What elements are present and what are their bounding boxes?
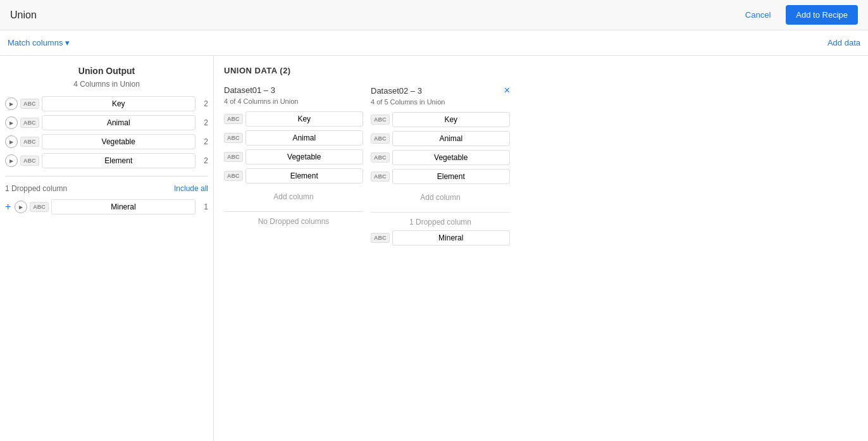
column-name-input[interactable] <box>42 96 196 111</box>
abc-tag: ABC <box>20 156 39 166</box>
union-column-row: ▶ ABC 2 <box>5 153 208 168</box>
union-data-header: UNION DATA (2) <box>224 66 858 75</box>
header-actions: Cancel Add to Recipe <box>738 5 858 25</box>
expand-column-button[interactable]: ▶ <box>5 154 18 167</box>
dataset2-field-row: ABC <box>371 112 510 127</box>
expand-column-button[interactable]: ▶ <box>5 135 18 148</box>
abc-tag: ABC <box>30 202 49 212</box>
toolbar: Match columns ▾ Add data <box>0 30 868 56</box>
dataset2-dropped-field-row: ABC <box>371 230 510 245</box>
dropped-divider <box>5 176 208 177</box>
dropped-column-name-input[interactable] <box>51 199 195 214</box>
union-column-row: ▶ ABC 2 <box>5 115 208 130</box>
dataset1-dropped-label: No Dropped columns <box>224 217 363 226</box>
expand-column-button[interactable]: ▶ <box>5 116 18 129</box>
dataset-column-1: Dataset01 – 3 4 of 4 Columns in Union AB… <box>224 85 363 249</box>
close-dataset2-button[interactable]: × <box>504 85 510 96</box>
abc-tag: ABC <box>371 134 390 144</box>
column-count: 2 <box>198 156 208 165</box>
dataset1-field-row: ABC <box>224 111 363 127</box>
right-panel: UNION DATA (2) Dataset01 – 3 4 of 4 Colu… <box>214 56 868 441</box>
abc-tag: ABC <box>224 114 243 124</box>
abc-tag: ABC <box>20 137 39 147</box>
union-columns-list: ▶ ABC 2 ▶ ABC 2 ▶ ABC 2 ▶ ABC <box>5 96 208 168</box>
dataset2-field-input[interactable] <box>392 150 511 165</box>
cancel-button[interactable]: Cancel <box>738 6 778 23</box>
column-count: 2 <box>198 137 208 146</box>
include-all-button[interactable]: Include all <box>174 184 208 193</box>
abc-tag: ABC <box>371 233 390 243</box>
dataset2-subtitle: 4 of 5 Columns in Union <box>371 98 510 106</box>
main-layout: Union Output 4 Columns in Union ▶ ABC 2 … <box>0 56 868 441</box>
union-column-row: ▶ ABC 2 <box>5 134 208 149</box>
dataset2-field-row: ABC <box>371 150 510 165</box>
abc-tag: ABC <box>20 118 39 128</box>
dataset1-field-row: ABC <box>224 130 363 146</box>
union-output-title: Union Output <box>5 66 208 76</box>
dropped-section: 1 Dropped column Include all + ▶ ABC 1 <box>5 176 208 214</box>
dropped-label: 1 Dropped column <box>5 184 67 193</box>
app-title: Union <box>10 9 37 21</box>
dataset2-field-input[interactable] <box>392 112 511 127</box>
dataset1-add-column-row: Add column <box>224 187 363 206</box>
dataset2-field-row: ABC <box>371 131 510 146</box>
abc-tag: ABC <box>371 171 390 182</box>
column-name-input[interactable] <box>42 134 196 149</box>
abc-tag: ABC <box>224 152 243 162</box>
dataset1-field-input[interactable] <box>245 130 364 146</box>
dataset2-add-column-row: Add column <box>371 188 510 207</box>
expand-column-button[interactable]: ▶ <box>5 97 18 110</box>
dropped-column-row: + ▶ ABC 1 <box>5 199 208 214</box>
dropped-column-count: 1 <box>198 202 208 211</box>
datasets-container: Dataset01 – 3 4 of 4 Columns in Union AB… <box>224 85 858 249</box>
dataset1-dropped-section: No Dropped columns <box>224 211 363 226</box>
add-to-recipe-button[interactable]: Add to Recipe <box>786 5 858 25</box>
dataset2-name: Dataset02 – 3 <box>371 86 422 96</box>
toolbar-left: Match columns ▾ <box>8 38 70 47</box>
union-output-subtitle: 4 Columns in Union <box>5 80 208 89</box>
abc-tag: ABC <box>20 99 39 109</box>
dataset2-field-input[interactable] <box>392 131 511 146</box>
chevron-down-icon: ▾ <box>65 38 70 47</box>
match-columns-label: Match columns <box>8 38 63 47</box>
abc-tag: ABC <box>224 133 243 143</box>
abc-tag: ABC <box>224 171 243 181</box>
add-data-button[interactable]: Add data <box>828 38 860 47</box>
dataset1-field-row: ABC <box>224 168 363 183</box>
dataset1-header: Dataset01 – 3 <box>224 85 363 95</box>
column-name-input[interactable] <box>42 115 196 130</box>
dataset2-dropped-section: 1 Dropped column ABC <box>371 212 510 245</box>
dataset2-field-input[interactable] <box>392 169 511 184</box>
dropped-divider <box>224 211 363 212</box>
dataset-column-2: Dataset02 – 3 × 4 of 5 Columns in Union … <box>371 85 510 249</box>
app-header: Union Cancel Add to Recipe <box>0 0 868 30</box>
dataset1-field-row: ABC <box>224 149 363 165</box>
dataset2-field-row: ABC <box>371 169 510 184</box>
dataset2-add-column-button[interactable]: Add column <box>371 190 510 204</box>
dataset1-add-column-button[interactable]: Add column <box>224 190 363 204</box>
left-panel: Union Output 4 Columns in Union ▶ ABC 2 … <box>0 56 214 441</box>
dropped-divider <box>371 212 510 213</box>
dataset2-header: Dataset02 – 3 × <box>371 85 510 96</box>
dataset2-dropped-field-input[interactable] <box>392 230 511 245</box>
expand-dropped-button[interactable]: ▶ <box>15 201 27 213</box>
dropped-row: 1 Dropped column Include all <box>5 182 208 196</box>
abc-tag: ABC <box>371 115 390 125</box>
dataset2-dropped-label: 1 Dropped column <box>371 218 510 227</box>
plus-icon: + <box>5 201 11 213</box>
abc-tag: ABC <box>371 152 390 163</box>
dataset1-subtitle: 4 of 4 Columns in Union <box>224 97 363 105</box>
dataset1-field-input[interactable] <box>245 111 364 127</box>
union-column-row: ▶ ABC 2 <box>5 96 208 111</box>
match-columns-button[interactable]: Match columns ▾ <box>8 38 70 47</box>
dataset1-field-input[interactable] <box>245 149 364 165</box>
dataset1-field-input[interactable] <box>245 168 364 183</box>
column-count: 2 <box>198 118 208 127</box>
dataset1-name: Dataset01 – 3 <box>224 85 275 95</box>
column-name-input[interactable] <box>42 153 196 168</box>
column-count: 2 <box>198 99 208 108</box>
